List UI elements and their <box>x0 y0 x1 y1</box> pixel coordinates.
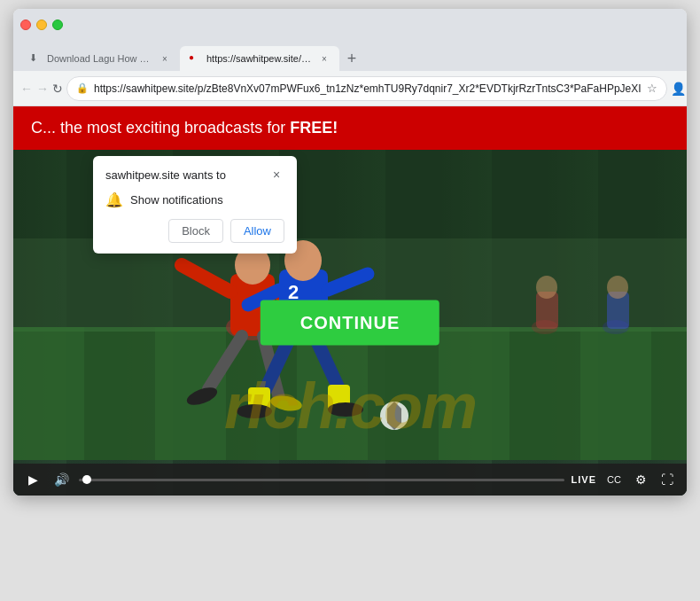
tab-1-close[interactable]: × <box>159 52 171 65</box>
toolbar: ← → ↻ 🔒 https://sawhitpew.site/p/zBte8Vn… <box>13 71 687 106</box>
svg-rect-3 <box>13 327 84 460</box>
reload-button[interactable]: ↻ <box>52 76 63 101</box>
tab-2[interactable]: ● https://sawhitpew.site/p/zBte8... × <box>180 46 339 71</box>
lock-icon: 🔒 <box>76 82 89 94</box>
title-bar <box>13 9 687 41</box>
svg-point-34 <box>607 276 628 299</box>
tab-2-favicon: ● <box>189 52 201 65</box>
popup-header: sawhitpew.site wants to × <box>105 167 284 183</box>
video-controls: ▶ 🔊 LIVE CC ⚙ ⛶ <box>13 464 687 496</box>
block-button[interactable]: Block <box>168 219 223 243</box>
volume-button[interactable]: 🔊 <box>51 469 72 490</box>
live-badge: LIVE <box>572 474 596 485</box>
tab-1-favicon: ⬇ <box>29 52 42 65</box>
page-content: C... the most exciting broadcasts for FR… <box>13 106 687 496</box>
popup-permission-text: Show notifications <box>130 193 223 207</box>
popup-wants-to: wants to <box>183 168 225 182</box>
progress-bar[interactable] <box>79 479 564 481</box>
popup-site-name: sawhitpew.site wants to <box>105 168 226 182</box>
address-bar[interactable]: 🔒 https://sawhitpew.site/p/zBte8VnXv07mP… <box>66 76 667 101</box>
star-icon[interactable]: ☆ <box>647 82 657 95</box>
tabs-bar: ⬇ Download Lagu How To Remo... × ● https… <box>13 41 687 71</box>
play-button[interactable]: ▶ <box>22 469 43 490</box>
forward-button[interactable]: → <box>36 76 49 101</box>
account-icon: 👤 <box>671 82 686 96</box>
fullscreen-button[interactable]: ⛶ <box>657 469 678 490</box>
progress-dot <box>82 475 91 484</box>
watermark-text: rich.com <box>224 370 476 442</box>
minimize-traffic-light[interactable] <box>36 20 47 30</box>
settings-button[interactable]: ⚙ <box>630 469 651 490</box>
banner-text-middle: the most exciting broadcasts for <box>60 119 290 137</box>
popup-permission-row: 🔔 Show notifications <box>105 191 284 208</box>
new-tab-button[interactable]: + <box>339 46 364 71</box>
close-traffic-light[interactable] <box>20 20 31 30</box>
banner-text-before: C <box>31 119 43 137</box>
bell-icon: 🔔 <box>105 191 123 208</box>
address-text: https://sawhitpew.site/p/zBte8VnXv07mPWF… <box>94 82 642 95</box>
browser-window: ⬇ Download Lagu How To Remo... × ● https… <box>13 9 687 496</box>
svg-rect-7 <box>580 327 651 460</box>
traffic-lights <box>20 20 63 30</box>
banner-text-bold: FREE! <box>290 119 338 137</box>
allow-button[interactable]: Allow <box>230 219 284 243</box>
popup-close-icon[interactable]: × <box>268 167 284 183</box>
popup-buttons: Block Allow <box>105 219 284 243</box>
svg-point-31 <box>536 276 557 299</box>
notification-popup: sawhitpew.site wants to × 🔔 Show notific… <box>93 156 297 254</box>
tab-1[interactable]: ⬇ Download Lagu How To Remo... × <box>20 46 180 71</box>
captions-button[interactable]: CC <box>603 469 625 490</box>
maximize-traffic-light[interactable] <box>52 20 63 30</box>
continue-button[interactable]: CONTINUE <box>261 300 439 346</box>
right-controls: CC ⚙ ⛶ <box>603 469 678 490</box>
back-button[interactable]: ← <box>20 76 33 101</box>
account-button[interactable]: 👤 <box>671 76 686 101</box>
tab-2-close[interactable]: × <box>318 52 331 65</box>
red-banner: C... the most exciting broadcasts for FR… <box>13 106 687 150</box>
tab-2-title: https://sawhitpew.site/p/zBte8... <box>206 53 313 64</box>
tab-1-title: Download Lagu How To Remo... <box>47 53 153 64</box>
